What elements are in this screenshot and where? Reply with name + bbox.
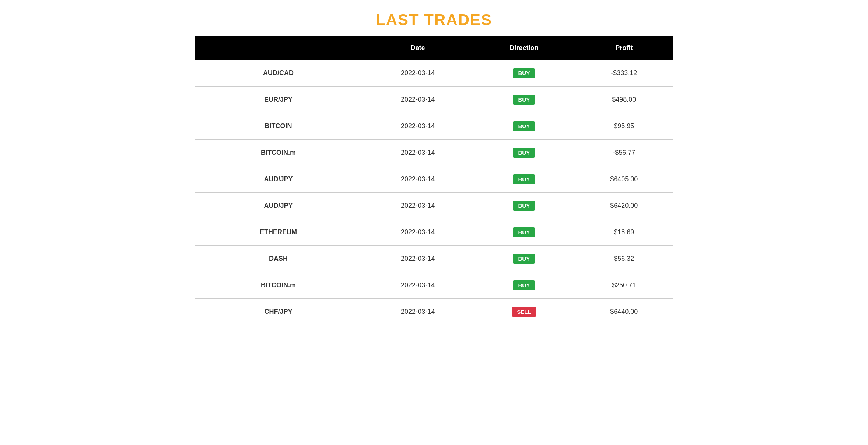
table-header-row: Date Direction Profit <box>195 36 673 60</box>
cell-instrument: AUD/JPY <box>195 166 362 193</box>
cell-direction: BUY <box>473 193 574 219</box>
cell-direction: SELL <box>473 299 574 325</box>
table-row: CHF/JPY2022-03-14SELL$6440.00 <box>195 299 673 325</box>
cell-profit: $6440.00 <box>575 299 673 325</box>
cell-date: 2022-03-14 <box>362 166 473 193</box>
cell-direction: BUY <box>473 246 574 272</box>
cell-instrument: ETHEREUM <box>195 219 362 246</box>
trades-table: Date Direction Profit AUD/CAD2022-03-14B… <box>195 36 673 325</box>
table-row: ETHEREUM2022-03-14BUY$18.69 <box>195 219 673 246</box>
direction-badge: BUY <box>513 227 535 237</box>
header-profit: Profit <box>575 36 673 60</box>
cell-date: 2022-03-14 <box>362 219 473 246</box>
cell-direction: BUY <box>473 219 574 246</box>
cell-instrument: BITCOIN <box>195 113 362 140</box>
cell-profit: $56.32 <box>575 246 673 272</box>
cell-instrument: EUR/JPY <box>195 87 362 113</box>
main-container: LAST TRADES Date Direction Profit AUD/CA… <box>195 11 673 325</box>
table-row: AUD/JPY2022-03-14BUY$6405.00 <box>195 166 673 193</box>
direction-badge: SELL <box>512 307 536 317</box>
cell-instrument: DASH <box>195 246 362 272</box>
cell-instrument: BITCOIN.m <box>195 140 362 166</box>
header-direction: Direction <box>473 36 574 60</box>
cell-direction: BUY <box>473 113 574 140</box>
table-row: BITCOIN.m2022-03-14BUY-$56.77 <box>195 140 673 166</box>
cell-direction: BUY <box>473 140 574 166</box>
cell-profit: $250.71 <box>575 272 673 299</box>
cell-profit: $6405.00 <box>575 166 673 193</box>
cell-date: 2022-03-14 <box>362 113 473 140</box>
cell-profit: $95.95 <box>575 113 673 140</box>
page-title: LAST TRADES <box>195 11 673 29</box>
cell-date: 2022-03-14 <box>362 246 473 272</box>
cell-date: 2022-03-14 <box>362 272 473 299</box>
direction-badge: BUY <box>513 174 535 184</box>
direction-badge: BUY <box>513 121 535 131</box>
cell-instrument: BITCOIN.m <box>195 272 362 299</box>
table-row: AUD/CAD2022-03-14BUY-$333.12 <box>195 60 673 87</box>
cell-direction: BUY <box>473 272 574 299</box>
cell-date: 2022-03-14 <box>362 299 473 325</box>
cell-date: 2022-03-14 <box>362 60 473 87</box>
cell-profit: -$333.12 <box>575 60 673 87</box>
direction-badge: BUY <box>513 254 535 264</box>
cell-date: 2022-03-14 <box>362 140 473 166</box>
cell-instrument: AUD/JPY <box>195 193 362 219</box>
cell-direction: BUY <box>473 166 574 193</box>
direction-badge: BUY <box>513 280 535 290</box>
table-row: BITCOIN.m2022-03-14BUY$250.71 <box>195 272 673 299</box>
cell-date: 2022-03-14 <box>362 193 473 219</box>
cell-profit: -$56.77 <box>575 140 673 166</box>
cell-date: 2022-03-14 <box>362 87 473 113</box>
table-row: AUD/JPY2022-03-14BUY$6420.00 <box>195 193 673 219</box>
direction-badge: BUY <box>513 95 535 105</box>
cell-instrument: CHF/JPY <box>195 299 362 325</box>
cell-profit: $6420.00 <box>575 193 673 219</box>
table-row: DASH2022-03-14BUY$56.32 <box>195 246 673 272</box>
cell-profit: $498.00 <box>575 87 673 113</box>
cell-direction: BUY <box>473 87 574 113</box>
cell-profit: $18.69 <box>575 219 673 246</box>
table-row: BITCOIN2022-03-14BUY$95.95 <box>195 113 673 140</box>
direction-badge: BUY <box>513 201 535 211</box>
header-date: Date <box>362 36 473 60</box>
cell-instrument: AUD/CAD <box>195 60 362 87</box>
direction-badge: BUY <box>513 68 535 78</box>
cell-direction: BUY <box>473 60 574 87</box>
table-row: EUR/JPY2022-03-14BUY$498.00 <box>195 87 673 113</box>
direction-badge: BUY <box>513 148 535 158</box>
header-instrument <box>195 36 362 60</box>
